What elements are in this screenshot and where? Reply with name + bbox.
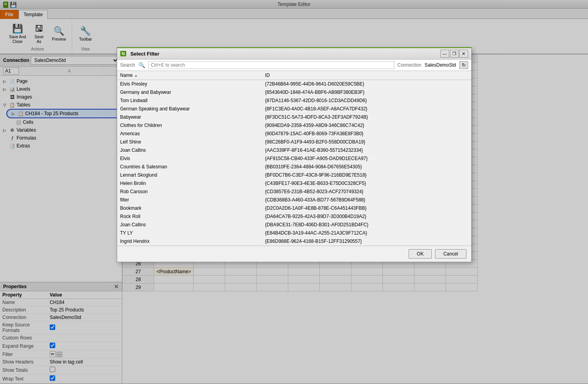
list-item[interactable]: Ingrid Hendrix{E86D988E-9624-4168-B15F-1… — [117, 237, 471, 246]
filter-name-cell: Ingrid Hendrix — [117, 237, 262, 246]
filter-id-cell: {98C26BF0-A1F9-4493-B2F0-558D00CDBA19} — [262, 138, 471, 146]
filter-id-cell: {72B46B64-995E-44D6-9641-D6020E59C5BE} — [262, 80, 471, 88]
list-item[interactable]: Joan Callins{AAC339FF-8F16-41AE-B390-557… — [117, 146, 471, 155]
list-item[interactable]: TY LY{E84B4DCB-3A19-44AC-A255-21A3C9F712… — [117, 229, 471, 237]
search-label: Search — [120, 62, 135, 68]
modal-n-logo: N — [120, 51, 127, 56]
modal-footer: OK Cancel — [117, 246, 471, 262]
list-item[interactable]: Countries & Salesman{BB0310FE-2364-4884-… — [117, 163, 471, 171]
filter-id-cell: {DA64CA7B-9226-42A3-B9D7-3D300B4D19A2} — [262, 213, 471, 221]
filter-id-cell: {CDB368B3-A460-433A-BD77-567B9D64F588} — [262, 196, 471, 204]
col-id-header: ID — [262, 71, 471, 80]
name-sort-arrow: ▲ — [134, 73, 138, 78]
modal-refresh-button[interactable]: ↻ — [459, 61, 468, 69]
filter-id-cell: {DBA9CE31-7E8D-406D-B301-AF0D251BD4FC} — [262, 221, 471, 229]
filter-id-cell: {E86D988E-9624-4168-B15F-12FF31290557} — [262, 237, 471, 246]
filter-id-cell: {8543640D-1848-474A-BBF6-AB9BF380EB3F} — [262, 88, 471, 97]
filter-id-cell: {8F3DC51C-5A73-4DFD-8CA3-2EF3ADF7924B} — [262, 113, 471, 121]
list-item[interactable]: German Speaking and Babywear{8F1C3EA0-4A… — [117, 105, 471, 113]
select-filter-modal: N Select Filter — ❐ ✕ Search 🔍 Connectio… — [117, 47, 472, 262]
filter-name-cell: German Speaking and Babywear — [117, 105, 262, 113]
list-item[interactable]: Lennart Skoglund{BF0DC7B6-C3EF-43C8-9F96… — [117, 171, 471, 179]
filter-scroll-area[interactable]: Name ▲ ID Elvis Presley{72B46B64-995E-44… — [117, 71, 471, 246]
filter-id-cell: {C43BFE17-90E3-4E3E-B633-E75D0C328CF5} — [262, 179, 471, 188]
list-item[interactable]: Elvis{AF915C58-CB40-433F-A905-DAD9D1ECEA… — [117, 155, 471, 163]
modal-search-bar: Search 🔍 Connection SalesDemoStd ↻ — [117, 60, 471, 71]
filter-table-header: Name ▲ ID — [117, 71, 471, 80]
cancel-button[interactable]: Cancel — [435, 249, 466, 259]
filter-id-cell: {8F1C3EA0-4A0C-4B18-A5EF-A8ACFA7DF432} — [262, 105, 471, 113]
modal-title-bar: N Select Filter — ❐ ✕ — [117, 48, 471, 60]
modal-overlay: N Select Filter — ❐ ✕ Search 🔍 Connectio… — [0, 0, 588, 383]
modal-title: Select Filter — [130, 51, 438, 57]
filter-name-cell: Babywear — [117, 113, 262, 121]
col-name-header: Name ▲ — [117, 71, 262, 80]
filter-name-cell: Countries & Salesman — [117, 163, 262, 171]
filter-name-cell: Rob Carsson — [117, 188, 262, 196]
filter-id-cell: {E84B4DCB-3A19-44AC-A255-21A3C9F712CA} — [262, 229, 471, 237]
filter-name-cell: Germany and Babywear — [117, 88, 262, 97]
filter-name-cell: TY LY — [117, 229, 262, 237]
filter-id-cell: {AAC339FF-8F16-41AE-B390-557154232334} — [262, 146, 471, 155]
filter-table: Name ▲ ID Elvis Presley{72B46B64-995E-44… — [117, 71, 471, 246]
modal-restore-button[interactable]: ❐ — [450, 50, 459, 58]
list-item[interactable]: filter{CDB368B3-A460-433A-BD77-567B9D64F… — [117, 196, 471, 204]
filter-name-cell: Joan Callins — [117, 146, 262, 155]
filter-name-cell: Lennart Skoglund — [117, 171, 262, 179]
modal-conn-label: Connection — [398, 62, 422, 68]
filter-name-cell: Bookmark — [117, 204, 262, 213]
search-input[interactable] — [148, 61, 394, 69]
list-item[interactable]: Americas{90D47879-15AC-40FB-8069-73FA38E… — [117, 130, 471, 138]
list-item[interactable]: Elvis Presley{72B46B64-995E-44D6-9641-D6… — [117, 80, 471, 88]
filter-name-cell: Americas — [117, 130, 262, 138]
modal-minimize-button[interactable]: — — [441, 50, 449, 58]
list-item[interactable]: Helen Brolin{C43BFE17-90E3-4E3E-B633-E75… — [117, 179, 471, 188]
filter-name-cell: Rock Roll — [117, 213, 262, 221]
list-item[interactable]: Bookmark{D2C0A2D6-1A0F-4E8B-878E-C6A4514… — [117, 204, 471, 213]
list-item[interactable]: Rob Carsson{CD3857E6-231B-4B52-8023-ACF2… — [117, 188, 471, 196]
filter-name-cell: Joan Callins — [117, 221, 262, 229]
filter-name-cell: Elvis Presley — [117, 80, 262, 88]
filter-name-cell: filter — [117, 196, 262, 204]
filter-name-cell: Helen Brolin — [117, 179, 262, 188]
filter-name-cell: Elvis — [117, 155, 262, 163]
modal-conn-value: SalesDemoStd — [424, 62, 456, 68]
list-item[interactable]: Germany and Babywear{8543640D-1848-474A-… — [117, 88, 471, 97]
list-item[interactable]: Clothes for Children{9094EDA9-2358-4359-… — [117, 121, 471, 130]
filter-id-cell: {D2C0A2D6-1A0F-4E8B-878E-C6A451443FBB} — [262, 204, 471, 213]
modal-close-button[interactable]: ✕ — [459, 50, 468, 58]
filter-id-cell: {87DA1146-5367-42DD-8016-1CD3ACDD49D6} — [262, 97, 471, 105]
list-item[interactable]: Rock Roll{DA64CA7B-9226-42A3-B9D7-3D300B… — [117, 213, 471, 221]
ok-button[interactable]: OK — [409, 249, 432, 259]
list-item[interactable]: Leif Shine{98C26BF0-A1F9-4493-B2F0-558D0… — [117, 138, 471, 146]
filter-name-cell: Tom Lindwall — [117, 97, 262, 105]
search-funnel-icon: 🔍 — [138, 62, 145, 68]
list-item[interactable]: Joan Callins{DBA9CE31-7E8D-406D-B301-AF0… — [117, 221, 471, 229]
filter-name-cell: Clothes for Children — [117, 121, 262, 130]
modal-body: Name ▲ ID Elvis Presley{72B46B64-995E-44… — [117, 71, 471, 246]
filter-id-cell: {9094EDA9-2358-4359-A8D9-346C86C74C42} — [262, 121, 471, 130]
filter-name-cell: Leif Shine — [117, 138, 262, 146]
list-item[interactable]: Babywear{8F3DC51C-5A73-4DFD-8CA3-2EF3ADF… — [117, 113, 471, 121]
modal-controls: — ❐ ✕ — [441, 50, 468, 58]
filter-id-cell: {AF915C58-CB40-433F-A905-DAD9D1ECEA97} — [262, 155, 471, 163]
filter-id-cell: {CD3857E6-231B-4B52-8023-ACF270749324} — [262, 188, 471, 196]
filter-id-cell: {90D47879-15AC-40FB-8069-73FA38E8F3B0} — [262, 130, 471, 138]
filter-table-body: Elvis Presley{72B46B64-995E-44D6-9641-D6… — [117, 80, 471, 246]
list-item[interactable]: Tom Lindwall{87DA1146-5367-42DD-8016-1CD… — [117, 97, 471, 105]
filter-id-cell: {BB0310FE-2364-4884-9084-D67656E54305} — [262, 163, 471, 171]
filter-id-cell: {BF0DC7B6-C3EF-43C8-9F96-216BD9E7E518} — [262, 171, 471, 179]
